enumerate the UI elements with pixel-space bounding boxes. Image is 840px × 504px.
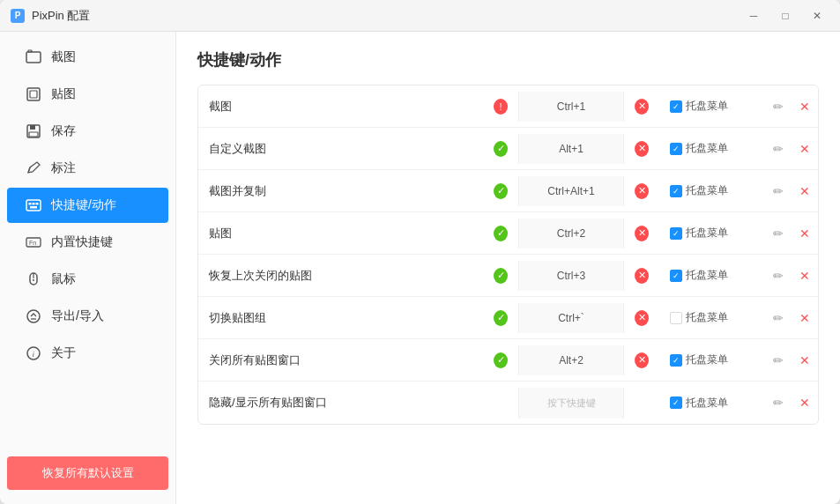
- tray-label: 托盘菜单: [686, 99, 728, 114]
- edit-icon[interactable]: ✏: [773, 311, 784, 325]
- row-delete[interactable]: ✕: [792, 218, 818, 249]
- edit-icon[interactable]: ✏: [773, 142, 784, 156]
- row-remove[interactable]: ✕: [624, 174, 659, 208]
- edit-icon[interactable]: ✏: [773, 100, 784, 114]
- row-delete[interactable]: ✕: [792, 302, 818, 334]
- sidebar-label-builtin: 内置快捷键: [51, 234, 113, 250]
- row-delete[interactable]: ✕: [792, 91, 818, 122]
- table-row: 截图并复制 ✓ Ctrl+Alt+1 ✕ ✓ 托盘菜单: [198, 170, 818, 212]
- tray-checkbox[interactable]: ✓: [670, 397, 682, 409]
- edit-icon[interactable]: ✏: [773, 353, 784, 367]
- minimize-button[interactable]: ─: [741, 7, 766, 25]
- restore-defaults-button[interactable]: 恢复所有默认设置: [7, 456, 168, 490]
- row-shortcut[interactable]: Alt+2: [518, 345, 624, 375]
- tray-menu-cell: ✓ 托盘菜单: [670, 396, 728, 411]
- edit-icon[interactable]: ✏: [773, 184, 784, 198]
- tray-checkbox[interactable]: ✓: [670, 270, 682, 282]
- remove-shortcut-icon[interactable]: ✕: [635, 352, 649, 368]
- row-edit[interactable]: ✏: [765, 345, 792, 376]
- edit-icon[interactable]: ✏: [773, 226, 784, 241]
- sidebar-item-annotate[interactable]: 标注: [7, 151, 168, 186]
- row-delete[interactable]: ✕: [792, 133, 818, 165]
- close-button[interactable]: ✕: [805, 7, 829, 25]
- delete-icon[interactable]: ✕: [799, 269, 810, 283]
- delete-icon[interactable]: ✕: [799, 142, 810, 156]
- row-shortcut[interactable]: Ctrl+`: [518, 303, 624, 333]
- row-shortcut[interactable]: Alt+1: [518, 134, 624, 164]
- sidebar-item-save[interactable]: 保存: [7, 114, 168, 149]
- screenshot-icon: [25, 48, 42, 66]
- row-edit[interactable]: ✏: [765, 387, 792, 419]
- row-remove[interactable]: ✕: [624, 90, 659, 123]
- about-icon: i: [25, 345, 42, 362]
- row-edit[interactable]: ✏: [765, 260, 792, 292]
- delete-icon[interactable]: ✕: [799, 311, 810, 325]
- sidebar-item-screenshot[interactable]: 截图: [7, 40, 168, 75]
- remove-shortcut-icon[interactable]: ✕: [635, 99, 649, 115]
- row-shortcut[interactable]: Ctrl+1: [518, 92, 624, 122]
- sidebar-item-builtin[interactable]: Fn 内置快捷键: [7, 225, 168, 260]
- delete-icon[interactable]: ✕: [799, 353, 810, 367]
- tray-label: 托盘菜单: [686, 268, 728, 283]
- row-tray: ✓ 托盘菜单: [659, 174, 765, 207]
- remove-shortcut-icon[interactable]: ✕: [635, 310, 649, 326]
- tray-checkbox[interactable]: ✓: [670, 185, 682, 197]
- status-success-icon: ✓: [494, 268, 508, 284]
- tray-checkbox[interactable]: ✓: [670, 143, 682, 155]
- tray-menu-cell: 托盘菜单: [670, 310, 728, 325]
- row-edit[interactable]: ✏: [765, 302, 792, 334]
- sidebar-item-export[interactable]: 导出/导入: [7, 299, 168, 334]
- delete-icon[interactable]: ✕: [799, 396, 810, 410]
- row-shortcut[interactable]: Ctrl+2: [518, 219, 624, 248]
- row-status: ✓: [483, 132, 518, 166]
- delete-icon[interactable]: ✕: [799, 184, 810, 198]
- tray-label: 托盘菜单: [686, 352, 728, 367]
- row-tray: ✓ 托盘菜单: [659, 217, 765, 249]
- save-icon: [25, 122, 42, 140]
- row-shortcut-empty[interactable]: 按下快捷键: [518, 388, 624, 419]
- tray-checkbox[interactable]: ✓: [670, 100, 682, 113]
- row-delete[interactable]: ✕: [792, 260, 818, 292]
- row-edit[interactable]: ✏: [765, 218, 792, 249]
- sidebar-item-sticker[interactable]: 贴图: [7, 77, 168, 112]
- remove-shortcut-icon[interactable]: ✕: [635, 268, 649, 284]
- tray-checkbox[interactable]: ✓: [670, 227, 682, 240]
- row-remove[interactable]: ✕: [624, 259, 659, 293]
- status-success-icon: ✓: [494, 226, 508, 241]
- remove-shortcut-icon[interactable]: ✕: [635, 226, 649, 241]
- row-delete[interactable]: ✕: [792, 175, 818, 207]
- tray-checkbox[interactable]: ✓: [670, 354, 682, 367]
- row-shortcut[interactable]: Ctrl+Alt+1: [518, 176, 624, 206]
- tray-menu-cell: ✓ 托盘菜单: [670, 141, 728, 156]
- sidebar-item-about[interactable]: i 关于: [7, 336, 168, 371]
- remove-shortcut-icon[interactable]: ✕: [635, 141, 649, 157]
- row-edit[interactable]: ✏: [765, 133, 792, 165]
- remove-shortcut-icon[interactable]: ✕: [635, 183, 649, 199]
- app-window: P PixPin 配置 ─ □ ✕ 截图: [0, 0, 840, 504]
- row-remove[interactable]: ✕: [624, 301, 659, 335]
- row-edit[interactable]: ✏: [765, 175, 792, 207]
- row-remove[interactable]: ✕: [624, 132, 659, 166]
- row-status: [483, 394, 518, 411]
- table-row: 贴图 ✓ Ctrl+2 ✕ ✓ 托盘菜单: [198, 212, 818, 255]
- row-delete[interactable]: ✕: [792, 387, 818, 419]
- delete-icon[interactable]: ✕: [799, 100, 810, 114]
- row-remove[interactable]: ✕: [624, 344, 659, 377]
- edit-icon[interactable]: ✏: [773, 269, 784, 283]
- row-tray: ✓ 托盘菜单: [659, 387, 765, 419]
- row-remove[interactable]: ✕: [624, 217, 659, 250]
- edit-icon[interactable]: ✏: [773, 396, 784, 410]
- row-edit[interactable]: ✏: [765, 91, 792, 122]
- sidebar-label-sticker: 贴图: [51, 86, 76, 102]
- row-shortcut[interactable]: Ctrl+3: [518, 261, 624, 291]
- titlebar: P PixPin 配置 ─ □ ✕: [0, 0, 840, 32]
- row-name: 贴图: [198, 217, 483, 250]
- maximize-button[interactable]: □: [773, 7, 798, 25]
- delete-icon[interactable]: ✕: [799, 226, 810, 241]
- sidebar-item-hotkeys[interactable]: 快捷键/动作: [7, 188, 168, 223]
- row-tray: ✓ 托盘菜单: [659, 259, 765, 292]
- row-status: ✓: [483, 301, 518, 335]
- tray-checkbox[interactable]: [670, 312, 682, 324]
- sidebar-item-mouse[interactable]: 鼠标: [7, 262, 168, 297]
- row-delete[interactable]: ✕: [792, 345, 818, 376]
